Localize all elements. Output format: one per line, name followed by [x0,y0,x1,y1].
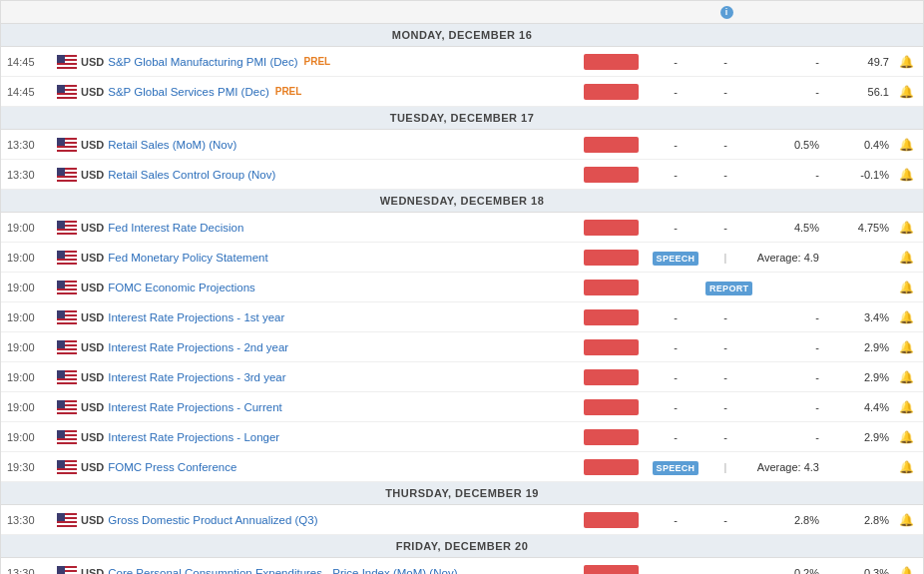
bell-button[interactable]: 🔔 [895,221,917,235]
table-row: 13:30USDRetail Sales Control Group (Nov)… [1,160,923,190]
currency-label: USD [81,341,104,353]
dev-value: | [705,252,745,264]
bell-button[interactable]: 🔔 [895,281,917,294]
event-name[interactable]: Fed Monetary Policy Statement [108,252,267,264]
event-name[interactable]: Core Personal Consumption Expenditures -… [108,567,457,575]
event-name[interactable]: Interest Rate Projections - Current [108,401,282,413]
dev-info-icon[interactable]: i [720,6,733,19]
currency-label: USD [81,139,104,151]
bell-button[interactable]: 🔔 [895,251,917,265]
consensus-value: - [745,169,825,181]
bell-button[interactable]: 🔔 [895,370,917,384]
impact-bar [584,220,639,236]
event-name[interactable]: FOMC Press Conference [108,461,236,473]
previous-value: 56.1 [825,86,895,98]
flag-icon [57,513,77,527]
flag-icon [57,460,77,474]
impact-cell [576,137,646,153]
consensus-value: Average: 4.9 [745,252,825,264]
dev-value: REPORT [705,282,745,293]
bell-icon: 🔔 [899,513,914,527]
previous-value: 0.3% [825,567,895,575]
consensus-value: - [745,56,825,68]
event-time: 19:00 [7,401,57,413]
bell-icon: 🔔 [899,400,914,414]
event-time: 19:00 [7,341,57,353]
bell-button[interactable]: 🔔 [895,55,917,69]
impact-cell [576,250,646,266]
bell-icon: 🔔 [899,221,914,235]
bell-button[interactable]: 🔔 [895,138,917,152]
event-cell: USDRetail Sales Control Group (Nov) [57,168,576,182]
event-name[interactable]: Interest Rate Projections - 3rd year [108,371,285,383]
flag-icon [57,138,77,152]
table-row: 19:00USDInterest Rate Projections - 3rd … [1,362,923,392]
event-name[interactable]: Gross Domestic Product Annualized (Q3) [108,514,317,526]
table-row: 14:45USDS&P Global Services PMI (Dec)PRE… [1,77,923,107]
flag-icon [57,566,77,575]
report-badge: REPORT [705,282,752,295]
impact-bar [584,167,639,183]
event-time: 19:00 [7,311,57,323]
event-time: 19:00 [7,222,57,234]
bell-button[interactable]: 🔔 [895,566,917,575]
dev-value: - [705,311,745,323]
impact-bar [584,250,639,266]
actual-value: - [646,222,705,234]
actual-value: - [646,56,705,68]
impact-cell [576,84,646,100]
consensus-value: - [745,341,825,353]
actual-value: - [646,514,705,526]
dev-value: | [705,461,745,473]
bell-icon: 🔔 [899,251,914,265]
bell-button[interactable]: 🔔 [895,430,917,444]
event-cell: USDGross Domestic Product Annualized (Q3… [57,513,576,527]
bell-button[interactable]: 🔔 [895,513,917,527]
bell-button[interactable]: 🔔 [895,400,917,414]
table-row: 19:00USDFed Interest Rate Decision--4.5%… [1,213,923,243]
currency-label: USD [81,282,104,293]
event-name[interactable]: Fed Interest Rate Decision [108,222,243,234]
impact-cell [576,565,646,575]
event-name[interactable]: Interest Rate Projections - 1st year [108,311,284,323]
event-time: 19:00 [7,282,57,293]
bell-button[interactable]: 🔔 [895,168,917,182]
event-cell: USDRetail Sales (MoM) (Nov) [57,138,576,152]
previous-value: -0.1% [825,169,895,181]
header-dev: i [705,5,745,19]
event-name[interactable]: S&P Global Manufacturing PMI (Dec) [108,56,297,68]
table-row: 13:30USDCore Personal Consumption Expend… [1,558,923,574]
dev-value: - [705,567,745,575]
currency-label: USD [81,431,104,443]
event-cell: USDFed Interest Rate Decision [57,221,576,235]
event-time: 13:30 [7,567,57,575]
previous-value: 4.4% [825,401,895,413]
flag-icon [57,310,77,324]
bell-icon: 🔔 [899,460,914,474]
bell-icon: 🔔 [899,430,914,444]
currency-label: USD [81,86,104,98]
day-separator: MONDAY, DECEMBER 16 [1,24,923,47]
event-name[interactable]: Interest Rate Projections - Longer [108,431,279,443]
event-name[interactable]: Interest Rate Projections - 2nd year [108,341,288,353]
table-row: 13:30USDRetail Sales (MoM) (Nov)--0.5%0.… [1,130,923,160]
event-time: 19:00 [7,371,57,383]
currency-label: USD [81,461,104,473]
event-name[interactable]: Retail Sales (MoM) (Nov) [108,139,236,151]
bell-icon: 🔔 [899,370,914,384]
bell-icon: 🔔 [899,281,914,294]
event-name[interactable]: S&P Global Services PMI (Dec) [108,86,268,98]
event-name[interactable]: Retail Sales Control Group (Nov) [108,169,275,181]
bell-button[interactable]: 🔔 [895,310,917,324]
table-row: 19:00USDInterest Rate Projections - 1st … [1,302,923,332]
currency-label: USD [81,252,104,264]
event-name[interactable]: FOMC Economic Projections [108,282,255,293]
dev-value: - [705,341,745,353]
currency-label: USD [81,567,104,575]
impact-bar [584,399,639,415]
bell-button[interactable]: 🔔 [895,85,917,99]
impact-cell [576,399,646,415]
bell-button[interactable]: 🔔 [895,460,917,474]
flag-icon [57,85,77,99]
bell-button[interactable]: 🔔 [895,340,917,354]
